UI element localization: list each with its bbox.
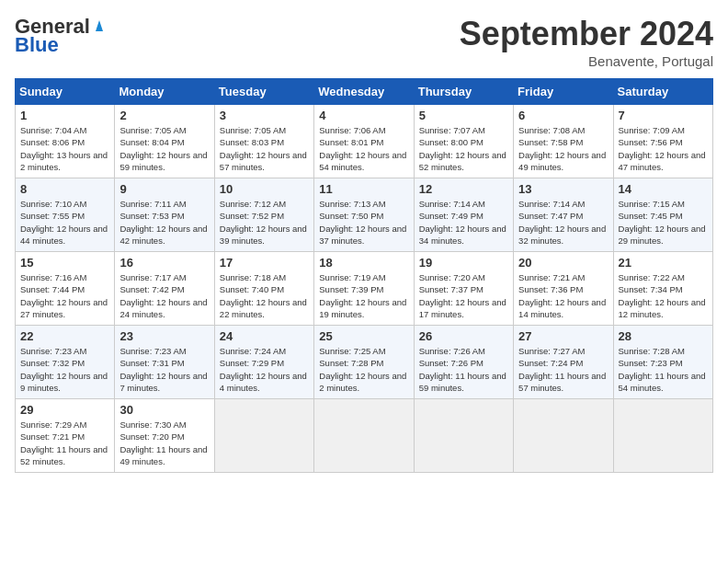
- table-row: 19Sunrise: 7:20 AMSunset: 7:37 PMDayligh…: [414, 252, 513, 326]
- day-number: 19: [419, 256, 508, 270]
- table-row: 30Sunrise: 7:30 AMSunset: 7:20 PMDayligh…: [115, 399, 214, 473]
- day-number: 4: [319, 109, 408, 122]
- table-row: 20Sunrise: 7:21 AMSunset: 7:36 PMDayligh…: [514, 252, 613, 326]
- day-number: 22: [20, 329, 109, 343]
- day-number: 25: [319, 329, 408, 343]
- day-number: 6: [518, 109, 608, 122]
- table-row: 2Sunrise: 7:05 AMSunset: 8:04 PMDaylight…: [115, 105, 214, 178]
- day-info: Sunrise: 7:18 AMSunset: 7:40 PMDaylight:…: [220, 272, 307, 319]
- day-number: 30: [119, 403, 209, 417]
- calendar-row: 8Sunrise: 7:10 AMSunset: 7:55 PMDaylight…: [16, 178, 713, 252]
- logo: General Blue: [15, 15, 108, 57]
- day-number: 17: [220, 256, 309, 270]
- col-saturday: Saturday: [613, 79, 712, 105]
- day-info: Sunrise: 7:22 AMSunset: 7:34 PMDaylight:…: [619, 272, 706, 319]
- day-info: Sunrise: 7:24 AMSunset: 7:29 PMDaylight:…: [220, 346, 307, 393]
- table-row: 6Sunrise: 7:08 AMSunset: 7:58 PMDaylight…: [514, 105, 613, 178]
- day-number: 9: [119, 182, 209, 196]
- table-row: [514, 399, 613, 473]
- col-wednesday: Wednesday: [314, 79, 414, 105]
- header-row: Sunday Monday Tuesday Wednesday Thursday…: [16, 79, 713, 105]
- table-row: 13Sunrise: 7:14 AMSunset: 7:47 PMDayligh…: [514, 178, 613, 252]
- table-row: 24Sunrise: 7:24 AMSunset: 7:29 PMDayligh…: [214, 326, 313, 399]
- day-info: Sunrise: 7:28 AMSunset: 7:23 PMDaylight:…: [619, 346, 706, 393]
- day-info: Sunrise: 7:05 AMSunset: 8:03 PMDaylight:…: [220, 125, 307, 172]
- day-number: 23: [119, 329, 209, 343]
- table-row: 3Sunrise: 7:05 AMSunset: 8:03 PMDaylight…: [214, 105, 313, 178]
- calendar-table: Sunday Monday Tuesday Wednesday Thursday…: [15, 78, 713, 473]
- day-number: 27: [518, 329, 608, 343]
- day-info: Sunrise: 7:16 AMSunset: 7:44 PMDaylight:…: [20, 272, 108, 319]
- calendar-body: 1Sunrise: 7:04 AMSunset: 8:06 PMDaylight…: [16, 105, 713, 473]
- month-title: September 2024: [460, 15, 713, 53]
- table-row: [314, 399, 414, 473]
- table-row: [214, 399, 313, 473]
- day-number: 2: [119, 109, 209, 122]
- day-info: Sunrise: 7:25 AMSunset: 7:28 PMDaylight:…: [319, 346, 406, 393]
- table-row: 10Sunrise: 7:12 AMSunset: 7:52 PMDayligh…: [214, 178, 313, 252]
- table-row: 15Sunrise: 7:16 AMSunset: 7:44 PMDayligh…: [16, 252, 115, 326]
- table-row: 8Sunrise: 7:10 AMSunset: 7:55 PMDaylight…: [16, 178, 115, 252]
- col-tuesday: Tuesday: [214, 79, 313, 105]
- table-row: 23Sunrise: 7:23 AMSunset: 7:31 PMDayligh…: [115, 326, 214, 399]
- day-info: Sunrise: 7:07 AMSunset: 8:00 PMDaylight:…: [419, 125, 506, 172]
- day-number: 26: [419, 329, 508, 343]
- day-number: 28: [619, 329, 708, 343]
- day-info: Sunrise: 7:14 AMSunset: 7:49 PMDaylight:…: [419, 199, 506, 246]
- day-number: 14: [619, 182, 708, 196]
- calendar-row: 15Sunrise: 7:16 AMSunset: 7:44 PMDayligh…: [16, 252, 713, 326]
- header: General Blue September 2024 Benavente, P…: [15, 15, 713, 69]
- col-monday: Monday: [115, 79, 214, 105]
- day-info: Sunrise: 7:20 AMSunset: 7:37 PMDaylight:…: [419, 272, 506, 319]
- table-row: 4Sunrise: 7:06 AMSunset: 8:01 PMDaylight…: [314, 105, 414, 178]
- location: Benavente, Portugal: [460, 53, 713, 69]
- day-info: Sunrise: 7:05 AMSunset: 8:04 PMDaylight:…: [119, 125, 207, 172]
- col-sunday: Sunday: [16, 79, 115, 105]
- day-number: 20: [518, 256, 608, 270]
- table-row: 28Sunrise: 7:28 AMSunset: 7:23 PMDayligh…: [613, 326, 712, 399]
- day-number: 16: [119, 256, 209, 270]
- day-info: Sunrise: 7:29 AMSunset: 7:21 PMDaylight:…: [20, 419, 108, 466]
- day-number: 24: [220, 329, 309, 343]
- day-info: Sunrise: 7:04 AMSunset: 8:06 PMDaylight:…: [20, 125, 108, 172]
- table-row: 16Sunrise: 7:17 AMSunset: 7:42 PMDayligh…: [115, 252, 214, 326]
- day-number: 15: [20, 256, 109, 270]
- table-row: 12Sunrise: 7:14 AMSunset: 7:49 PMDayligh…: [414, 178, 513, 252]
- table-row: 26Sunrise: 7:26 AMSunset: 7:26 PMDayligh…: [414, 326, 513, 399]
- day-number: 11: [319, 182, 408, 196]
- calendar-row: 1Sunrise: 7:04 AMSunset: 8:06 PMDaylight…: [16, 105, 713, 178]
- day-number: 3: [220, 109, 309, 122]
- table-row: [613, 399, 712, 473]
- day-number: 21: [619, 256, 708, 270]
- day-info: Sunrise: 7:14 AMSunset: 7:47 PMDaylight:…: [518, 199, 606, 246]
- day-info: Sunrise: 7:15 AMSunset: 7:45 PMDaylight:…: [619, 199, 706, 246]
- day-number: 10: [220, 182, 309, 196]
- table-row: 11Sunrise: 7:13 AMSunset: 7:50 PMDayligh…: [314, 178, 414, 252]
- title-block: September 2024 Benavente, Portugal: [460, 15, 713, 69]
- svg-marker-0: [96, 20, 103, 31]
- table-row: 17Sunrise: 7:18 AMSunset: 7:40 PMDayligh…: [214, 252, 313, 326]
- col-thursday: Thursday: [414, 79, 513, 105]
- day-info: Sunrise: 7:10 AMSunset: 7:55 PMDaylight:…: [20, 199, 108, 246]
- logo-blue-text: Blue: [15, 33, 59, 57]
- day-number: 8: [20, 182, 109, 196]
- day-number: 18: [319, 256, 408, 270]
- day-info: Sunrise: 7:27 AMSunset: 7:24 PMDaylight:…: [518, 346, 606, 393]
- day-info: Sunrise: 7:12 AMSunset: 7:52 PMDaylight:…: [220, 199, 307, 246]
- day-info: Sunrise: 7:17 AMSunset: 7:42 PMDaylight:…: [119, 272, 207, 319]
- table-row: 5Sunrise: 7:07 AMSunset: 8:00 PMDaylight…: [414, 105, 513, 178]
- calendar-row: 29Sunrise: 7:29 AMSunset: 7:21 PMDayligh…: [16, 399, 713, 473]
- table-row: 18Sunrise: 7:19 AMSunset: 7:39 PMDayligh…: [314, 252, 414, 326]
- table-row: 27Sunrise: 7:27 AMSunset: 7:24 PMDayligh…: [514, 326, 613, 399]
- day-info: Sunrise: 7:23 AMSunset: 7:31 PMDaylight:…: [119, 346, 207, 393]
- day-number: 1: [20, 109, 109, 122]
- day-info: Sunrise: 7:26 AMSunset: 7:26 PMDaylight:…: [419, 346, 506, 393]
- table-row: 25Sunrise: 7:25 AMSunset: 7:28 PMDayligh…: [314, 326, 414, 399]
- page-container: General Blue September 2024 Benavente, P…: [0, 0, 728, 480]
- day-info: Sunrise: 7:21 AMSunset: 7:36 PMDaylight:…: [518, 272, 606, 319]
- day-number: 12: [419, 182, 508, 196]
- table-row: [414, 399, 513, 473]
- col-friday: Friday: [514, 79, 613, 105]
- table-row: 29Sunrise: 7:29 AMSunset: 7:21 PMDayligh…: [16, 399, 115, 473]
- day-number: 29: [20, 403, 109, 417]
